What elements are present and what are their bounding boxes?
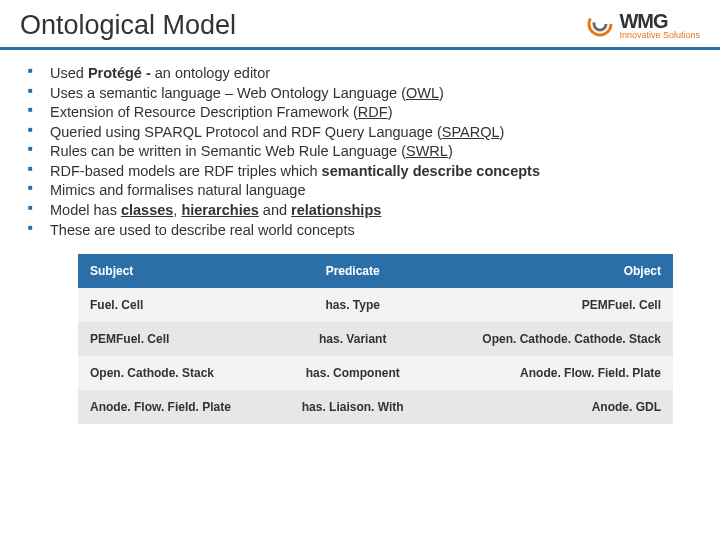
col-predicate: Predicate [277,254,429,288]
col-object: Object [429,254,673,288]
logo-swirl-icon [587,11,613,41]
list-item: Queried using SPARQL Protocol and RDF Qu… [28,123,692,143]
list-item: Mimics and formalises natural language [28,181,692,201]
list-item: Model has classes, hierarchies and relat… [28,201,692,221]
table-row: Fuel. Cell has. Type PEMFuel. Cell [78,288,673,322]
list-item: RDF-based models are RDF triples which s… [28,162,692,182]
table-row: PEMFuel. Cell has. Variant Open. Cathode… [78,322,673,356]
svg-point-0 [589,13,611,35]
logo-main-text: WMG [619,11,700,31]
slide-header: Ontological Model WMG Innovative Solutio… [0,0,720,50]
list-item: Rules can be written in Semantic Web Rul… [28,142,692,162]
svg-point-1 [594,18,606,30]
table-row: Anode. Flow. Field. Plate has. Liaison. … [78,390,673,424]
list-item: Used Protégé - an ontology editor [28,64,692,84]
list-item: These are used to describe real world co… [28,221,692,241]
list-item: Extension of Resource Description Framew… [28,103,692,123]
table-row: Open. Cathode. Stack has. Component Anod… [78,356,673,390]
col-subject: Subject [78,254,277,288]
table-header-row: Subject Predicate Object [78,254,673,288]
slide-body: Used Protégé - an ontology editor Uses a… [0,50,720,424]
triples-table: Subject Predicate Object Fuel. Cell has.… [78,254,673,424]
slide-title: Ontological Model [20,10,236,41]
list-item: Uses a semantic language – Web Ontology … [28,84,692,104]
bullet-list: Used Protégé - an ontology editor Uses a… [28,64,692,240]
logo: WMG Innovative Solutions [587,11,700,41]
logo-sub-text: Innovative Solutions [619,31,700,40]
